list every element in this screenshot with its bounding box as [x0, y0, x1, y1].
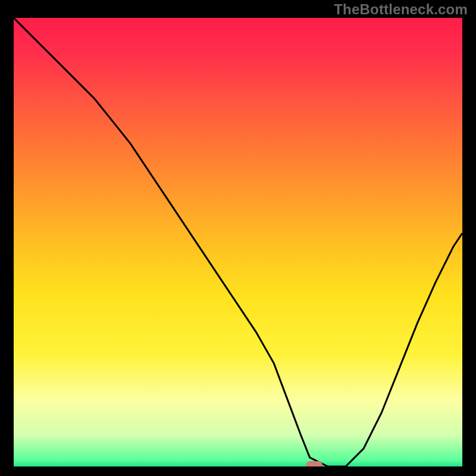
- chart-container: TheBottleneck.com: [0, 0, 476, 476]
- bottleneck-chart: [0, 0, 476, 476]
- watermark-label: TheBottleneck.com: [334, 1, 468, 18]
